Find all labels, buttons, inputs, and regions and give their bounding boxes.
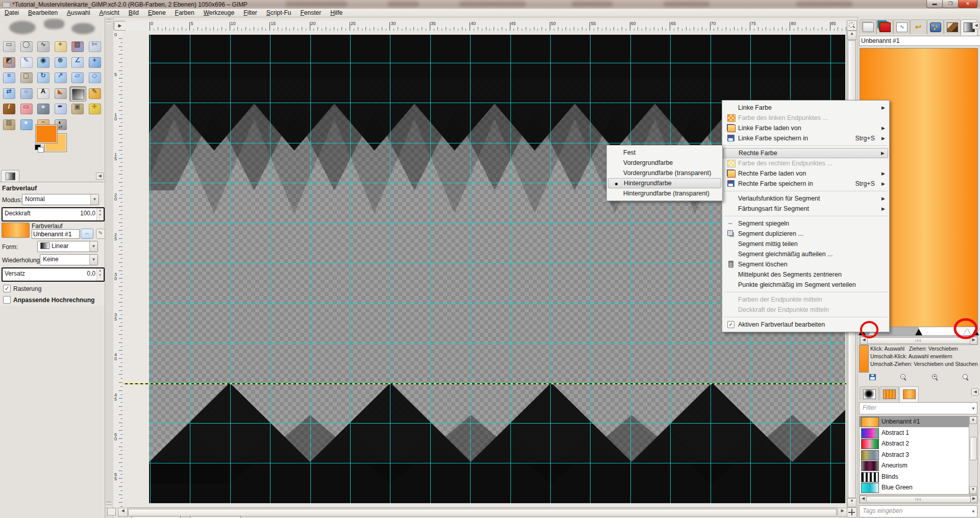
spinner-arrows-icon[interactable]: ▲▼: [96, 208, 103, 220]
spinner-arrows-icon[interactable]: ▲▼: [96, 268, 103, 281]
pencil-tool[interactable]: ✎: [87, 86, 103, 101]
bucket-fill-tool[interactable]: ◣: [53, 86, 68, 101]
ink-tool[interactable]: ✒: [53, 102, 68, 116]
dock-tab-device-status[interactable]: [927, 19, 944, 34]
menu-item[interactable]: Vordergrundfarbe: [608, 158, 721, 168]
guide-horizontal[interactable]: [149, 343, 845, 343]
gradient-list-item[interactable]: Abstract 3: [860, 450, 969, 460]
guide-vertical[interactable]: [710, 35, 711, 503]
gradient-list-item[interactable]: Abstract 2: [860, 438, 969, 449]
swap-colors-icon[interactable]: ⇄: [58, 124, 62, 130]
menu-bild[interactable]: Bild: [124, 9, 143, 17]
quick-mask-toggle[interactable]: [107, 508, 116, 515]
menu-item[interactable]: ✓Aktiven Farbverlauf bearbeiten: [723, 319, 888, 330]
guide-vertical[interactable]: [590, 35, 591, 503]
guide-vertical[interactable]: [390, 35, 390, 503]
menu-item[interactable]: Verlaufsfunktion für Segment▶: [723, 193, 888, 204]
gradient-editor-scrollbar[interactable]: ◀ ▶: [860, 336, 978, 345]
menu-item[interactable]: Vordergrundfarbe (transparent): [608, 168, 721, 178]
save-gradient-button[interactable]: [867, 374, 878, 382]
guide-vertical[interactable]: [550, 35, 551, 503]
guide-vertical[interactable]: [310, 35, 311, 503]
gradient-list-item[interactable]: Aneurism: [860, 460, 969, 471]
menu-item[interactable]: Segment löschen: [723, 259, 888, 269]
gradient-list-item[interactable]: Blinds: [860, 472, 969, 482]
menu-item[interactable]: Punkte gleichmäßig im Segment verteilen: [723, 280, 888, 290]
menu-item[interactable]: Linke Farbe speichern inStrg+S▶: [723, 133, 888, 143]
blur-sharpen-tool[interactable]: ●: [18, 117, 34, 132]
menu-fenster[interactable]: Fenster: [296, 9, 326, 17]
guide-vertical[interactable]: [190, 35, 190, 503]
menu-item[interactable]: Fest: [608, 147, 721, 158]
scroll-left-icon[interactable]: ◀: [860, 496, 867, 503]
list-horizontal-scrollbar[interactable]: ◀ ▶: [859, 495, 978, 504]
move-tool[interactable]: +: [87, 55, 103, 69]
menu-ansicht[interactable]: Ansicht: [94, 9, 124, 17]
restore-button[interactable]: ❒: [942, 0, 959, 8]
menu-farben[interactable]: Farben: [170, 9, 199, 17]
guide-vertical[interactable]: [350, 35, 351, 503]
repeat-dropdown[interactable]: Keine▼: [40, 254, 98, 265]
foreground-color-swatch[interactable]: [36, 125, 57, 143]
gradient-tool[interactable]: [69, 86, 86, 102]
gradient-name-input[interactable]: [859, 36, 980, 46]
list-vertical-scrollbar[interactable]: ▲ ▼: [969, 416, 978, 495]
opacity-slider[interactable]: Deckkraft 100,0 ▲▼: [2, 207, 105, 221]
scroll-down-icon[interactable]: ▼: [969, 486, 977, 494]
scroll-thumb[interactable]: [866, 496, 971, 503]
scroll-right-icon[interactable]: ▶: [970, 496, 977, 503]
form-dropdown[interactable]: Linear ▼: [37, 241, 98, 252]
dock-tab-gradients[interactable]: [899, 386, 919, 402]
edit-gradient-button[interactable]: ✎: [96, 229, 105, 239]
align-tool[interactable]: ≡: [1, 70, 17, 85]
modus-dropdown[interactable]: Normal▼: [22, 194, 99, 205]
default-colors-icon[interactable]: [35, 144, 44, 153]
filter-input[interactable]: Filter ▼: [859, 402, 977, 414]
menu-item[interactable]: Rechte Farbe laden von▶: [723, 168, 888, 179]
zoom-follow-window-button[interactable]: [847, 20, 857, 31]
scroll-up-icon[interactable]: ▲: [847, 31, 856, 40]
menu-item[interactable]: Mittelpunkt des Segments zentrieren: [723, 269, 888, 280]
scissors-select-tool[interactable]: ✄: [87, 39, 103, 54]
gradient-list-item[interactable]: Blue Green: [860, 482, 969, 493]
guide-vertical[interactable]: [230, 35, 231, 503]
menu-item[interactable]: Segment duplizieren ...: [723, 229, 888, 239]
minimize-button[interactable]: ▬: [926, 0, 943, 8]
scroll-right-icon[interactable]: ▶: [970, 337, 977, 344]
horizontal-ruler[interactable]: 0510152025303540455055606570758085: [126, 20, 846, 31]
guide-vertical[interactable]: [630, 35, 631, 503]
scale-tool[interactable]: ↗: [53, 70, 68, 85]
rotate-tool[interactable]: ↻: [35, 70, 51, 85]
zoom-out-button[interactable]: -: [898, 374, 909, 382]
scroll-left-icon[interactable]: ◀: [860, 337, 868, 344]
offset-slider[interactable]: Versatz 0,0 ▲▼: [2, 267, 105, 282]
menu-hilfe[interactable]: Hilfe: [326, 9, 347, 17]
zoom-selector-cutoff[interactable]: [190, 516, 241, 518]
select-by-color-tool[interactable]: ▧: [69, 39, 85, 54]
collapse-left-arrow-icon[interactable]: ◀: [971, 388, 979, 396]
foreground-select-tool[interactable]: ◩: [1, 55, 17, 69]
gradient-list[interactable]: Unbenannt #1Abstract 1Abstract 2Abstract…: [859, 416, 969, 495]
shear-tool[interactable]: ▱: [69, 70, 85, 85]
guide-horizontal[interactable]: [149, 63, 845, 63]
dither-checkbox[interactable]: ✓: [3, 285, 11, 292]
vertical-ruler[interactable]: 051 01 52 02 53 03 54 04 55 05 5: [113, 31, 123, 507]
scroll-up-icon[interactable]: ▲: [969, 416, 977, 424]
guide-horizontal[interactable]: [149, 463, 845, 463]
menu-item[interactable]: Hintergrundfarbe: [608, 178, 721, 188]
perspective-clone-tool[interactable]: ▨: [1, 117, 17, 132]
gradient-preview-swatch[interactable]: [2, 223, 30, 238]
paintbrush-tool[interactable]: /: [1, 102, 17, 116]
ellipse-select-tool[interactable]: ◯: [18, 39, 34, 54]
dock-tab-brushes[interactable]: [860, 386, 879, 401]
measure-tool[interactable]: ∠: [69, 55, 85, 69]
gradient-list-item[interactable]: Unbenannt #1: [860, 416, 969, 427]
dock-tab-undo-history[interactable]: ↩: [910, 19, 927, 34]
menu-ebene[interactable]: Ebene: [143, 9, 170, 17]
guide-vertical[interactable]: [470, 35, 471, 503]
menu-datei[interactable]: Datei: [0, 9, 23, 17]
guide-vertical[interactable]: [430, 35, 431, 503]
menu-item[interactable]: Färbungsart für Segment▶: [723, 204, 888, 214]
eraser-tool[interactable]: ▭: [18, 102, 34, 116]
tags-input[interactable]: Tags eingeben ▼: [859, 505, 977, 517]
